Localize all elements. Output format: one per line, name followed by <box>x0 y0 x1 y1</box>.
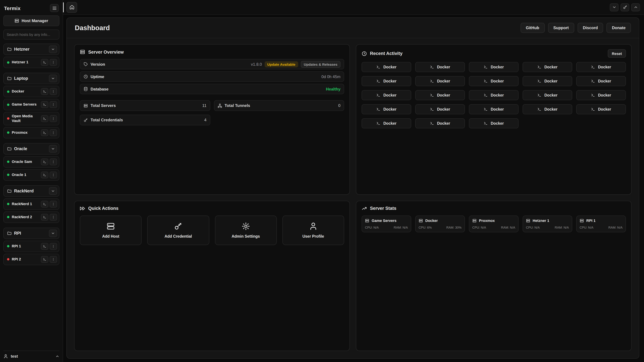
activity-item-button[interactable]: Docker <box>522 62 572 72</box>
terminal-button[interactable] <box>41 59 48 66</box>
stat-ram: RAM: N/A <box>501 225 515 229</box>
group-collapse-button[interactable] <box>49 45 57 53</box>
terminal-button[interactable] <box>41 88 48 95</box>
host-item[interactable]: Oracle 1 <box>3 169 59 180</box>
group-header[interactable]: RackNerd <box>3 185 59 197</box>
activity-item-label: Docker <box>544 107 558 111</box>
group-header[interactable]: Laptop <box>3 73 59 84</box>
host-menu-button[interactable] <box>50 129 57 136</box>
group-collapse-button[interactable] <box>49 187 57 195</box>
host-item[interactable]: RackNerd 1 <box>3 198 59 210</box>
activity-item-button[interactable]: Docker <box>469 76 518 86</box>
total-credentials-label: Total Credentials <box>90 118 123 122</box>
header-link-label: GitHub <box>526 25 539 30</box>
activity-item-button[interactable]: Docker <box>522 90 572 100</box>
host-item[interactable]: RPI 1 <box>3 241 59 252</box>
status-dot <box>7 131 10 134</box>
server-overview-card: Server Overview Version v1.8.0 Update Av… <box>74 44 350 195</box>
host-menu-button[interactable] <box>50 158 57 165</box>
activity-item-button[interactable]: Docker <box>522 104 572 114</box>
tab-home[interactable] <box>66 2 77 12</box>
terminal-button[interactable] <box>41 171 48 178</box>
host-menu-button[interactable] <box>50 171 57 178</box>
host-menu-button[interactable] <box>50 101 57 108</box>
terminal-button[interactable] <box>41 115 48 122</box>
activity-item-button[interactable]: Docker <box>362 104 411 114</box>
add-host-button[interactable]: Add Host <box>80 215 142 245</box>
host-menu-button[interactable] <box>50 256 57 263</box>
terminal-button[interactable] <box>41 243 48 250</box>
activity-item-button[interactable]: Docker <box>469 90 518 100</box>
activity-item-button[interactable]: Docker <box>576 90 626 100</box>
host-item[interactable]: RPI 2 <box>3 254 59 265</box>
activity-item-button[interactable]: Docker <box>576 76 626 86</box>
host-menu-button[interactable] <box>50 88 57 95</box>
host-item[interactable]: Game Servers <box>3 99 59 110</box>
keys-button[interactable] <box>620 3 629 11</box>
terminal-button[interactable] <box>41 101 48 108</box>
activity-item-button[interactable]: Docker <box>522 76 572 86</box>
terminal-button[interactable] <box>41 256 48 263</box>
host-menu-button[interactable] <box>50 201 57 207</box>
terminal-button[interactable] <box>41 158 48 165</box>
add-credential-button[interactable]: Add Credential <box>148 215 209 245</box>
activity-item-button[interactable]: Docker <box>469 104 518 114</box>
header-link-button[interactable]: Donate <box>606 23 631 33</box>
user-profile-button[interactable]: User Profile <box>282 215 344 245</box>
search-input[interactable] <box>3 29 59 39</box>
activity-item-button[interactable]: Docker <box>415 118 465 128</box>
host-menu-button[interactable] <box>50 214 57 220</box>
admin-settings-button[interactable]: Admin Settings <box>215 215 277 245</box>
activity-item-button[interactable]: Docker <box>415 76 465 86</box>
reset-button[interactable]: Reset <box>608 49 626 58</box>
activity-item-button[interactable]: Docker <box>415 90 465 100</box>
activity-item-button[interactable]: Docker <box>469 62 518 72</box>
group-header[interactable]: Oracle <box>3 143 59 154</box>
host-menu-button[interactable] <box>50 243 57 250</box>
header-link-button[interactable]: Discord <box>578 23 603 33</box>
stat-ram: RAM: 30% <box>446 225 462 229</box>
updates-releases-button[interactable]: Updates & Releases <box>301 61 340 67</box>
host-item[interactable]: Hetzner 1 <box>3 57 59 68</box>
host-item[interactable]: RackNerd 2 <box>3 211 59 223</box>
host-manager-button[interactable]: Host Manager <box>3 15 59 26</box>
chevron-down-icon <box>51 147 55 151</box>
header-link-button[interactable]: GitHub <box>520 23 544 33</box>
sidebar-menu-button[interactable] <box>50 4 59 12</box>
group-header[interactable]: Hetzner <box>3 43 59 55</box>
host-item[interactable]: Oracle Sam <box>3 156 59 167</box>
user-menu[interactable]: test <box>3 351 59 359</box>
group-header[interactable]: RPI <box>3 227 59 239</box>
host-menu-button[interactable] <box>50 59 57 66</box>
stat-server-name: RPI 1 <box>586 219 596 223</box>
activity-item-button[interactable]: Docker <box>362 90 411 100</box>
host-menu-button[interactable] <box>50 115 57 122</box>
activity-item-button[interactable]: Docker <box>362 118 411 128</box>
header-link-button[interactable]: Support <box>548 23 574 33</box>
host-item[interactable]: Open Media Vault <box>3 112 59 125</box>
activity-item-button[interactable]: Docker <box>362 62 411 72</box>
terminal-button[interactable] <box>41 201 48 207</box>
host-group: RackNerd RackNerd 1 <box>3 185 59 223</box>
host-item[interactable]: Proxmox <box>3 127 59 138</box>
activity-item-button[interactable]: Docker <box>362 76 411 86</box>
activity-item-button[interactable]: Docker <box>415 62 465 72</box>
host-item[interactable]: Docker <box>3 86 59 97</box>
collapse-down-button[interactable] <box>610 3 618 11</box>
collapse-up-button[interactable] <box>631 3 640 11</box>
group-collapse-button[interactable] <box>49 75 57 82</box>
folder-icon <box>7 76 12 81</box>
terminal-button[interactable] <box>41 129 48 136</box>
terminal-button[interactable] <box>41 214 48 220</box>
page-title: Dashboard <box>75 24 110 32</box>
card-title: Server Stats <box>370 206 396 211</box>
host-name: Open Media Vault <box>12 114 38 123</box>
group-collapse-button[interactable] <box>49 229 57 237</box>
server-icon <box>472 218 477 223</box>
group-collapse-button[interactable] <box>49 145 57 152</box>
activity-item-button[interactable]: Docker <box>469 118 518 128</box>
activity-item-button[interactable]: Docker <box>576 62 626 72</box>
stat-cpu: CPU: N/A <box>365 225 379 229</box>
activity-item-button[interactable]: Docker <box>415 104 465 114</box>
activity-item-button[interactable]: Docker <box>576 104 626 114</box>
